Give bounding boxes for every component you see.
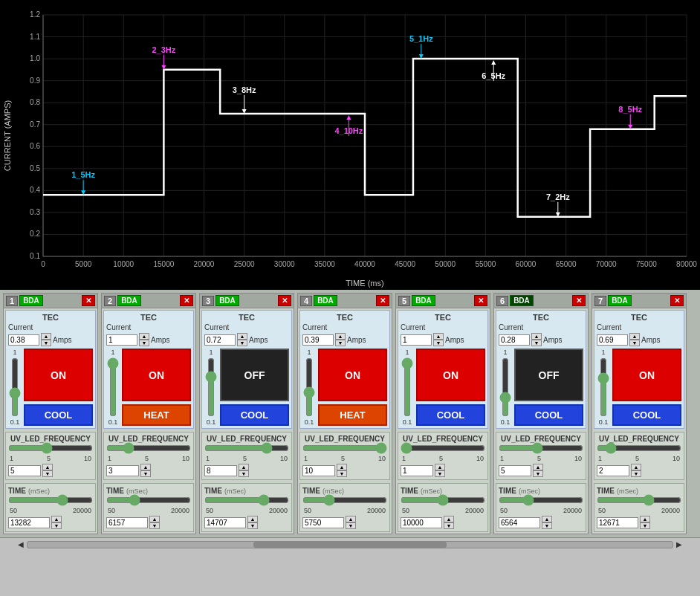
mode-button-5[interactable]: COOL <box>416 404 485 426</box>
bda-button-3[interactable]: BDA <box>215 295 239 306</box>
on-off-button-7[interactable]: ON <box>612 349 681 401</box>
time-down-7[interactable]: ▼ <box>640 522 650 529</box>
freq-down-3[interactable]: ▼ <box>239 470 249 477</box>
freq-slider-7[interactable] <box>597 443 681 453</box>
close-button-3[interactable]: ✕ <box>278 295 291 306</box>
current-input-5[interactable] <box>401 334 432 346</box>
freq-up-1[interactable]: ▲ <box>42 464 53 470</box>
current-down-1[interactable]: ▼ <box>41 340 51 346</box>
freq-input-4[interactable] <box>302 465 335 476</box>
time-slider-3[interactable] <box>204 495 289 505</box>
time-up-1[interactable]: ▲ <box>51 516 62 522</box>
current-down-7[interactable]: ▼ <box>629 340 640 346</box>
freq-up-2[interactable]: ▲ <box>140 464 151 470</box>
current-down-3[interactable]: ▼ <box>237 340 247 346</box>
close-button-5[interactable]: ✕ <box>474 295 487 306</box>
current-down-2[interactable]: ▼ <box>139 340 149 346</box>
scrollbar-thumb[interactable] <box>253 542 447 548</box>
mode-button-6[interactable]: COOL <box>514 404 583 426</box>
close-button-1[interactable]: ✕ <box>82 295 95 306</box>
on-off-button-2[interactable]: ON <box>122 349 191 401</box>
close-button-7[interactable]: ✕ <box>670 295 684 306</box>
bda-button-7[interactable]: BDA <box>608 295 632 306</box>
freq-down-5[interactable]: ▼ <box>435 470 445 477</box>
close-button-6[interactable]: ✕ <box>572 295 586 306</box>
tec-slider-5[interactable] <box>401 357 414 417</box>
tec-slider-1[interactable] <box>8 357 22 417</box>
freq-input-6[interactable] <box>499 465 531 476</box>
freq-slider-1[interactable] <box>8 443 93 453</box>
bda-button-2[interactable]: BDA <box>117 295 141 306</box>
current-input-1[interactable] <box>8 334 39 346</box>
scroll-left-arrow[interactable]: ◀ <box>15 540 27 548</box>
freq-up-4[interactable]: ▲ <box>337 464 347 470</box>
time-down-2[interactable]: ▼ <box>149 522 160 529</box>
time-down-3[interactable]: ▼ <box>247 522 258 529</box>
freq-down-4[interactable]: ▼ <box>337 470 347 477</box>
current-up-2[interactable]: ▲ <box>139 333 149 340</box>
current-down-6[interactable]: ▼ <box>531 340 542 346</box>
current-up-5[interactable]: ▲ <box>433 333 444 340</box>
time-up-3[interactable]: ▲ <box>247 516 258 522</box>
time-slider-2[interactable] <box>106 495 191 505</box>
bda-button-5[interactable]: BDA <box>412 295 435 306</box>
freq-slider-6[interactable] <box>499 443 583 453</box>
time-input-1[interactable] <box>8 517 50 528</box>
current-input-2[interactable] <box>106 334 137 346</box>
current-down-5[interactable]: ▼ <box>433 340 444 346</box>
freq-down-2[interactable]: ▼ <box>140 470 151 477</box>
freq-up-7[interactable]: ▲ <box>631 464 641 470</box>
freq-slider-2[interactable] <box>106 443 191 453</box>
on-off-button-1[interactable]: ON <box>24 349 93 401</box>
scroll-right-arrow[interactable]: ▶ <box>673 540 685 548</box>
time-up-6[interactable]: ▲ <box>542 516 552 522</box>
time-slider-1[interactable] <box>8 495 93 505</box>
current-up-7[interactable]: ▲ <box>629 333 640 340</box>
time-down-4[interactable]: ▼ <box>346 522 356 529</box>
freq-down-6[interactable]: ▼ <box>533 470 543 477</box>
bda-button-1[interactable]: BDA <box>19 295 43 306</box>
on-off-button-4[interactable]: ON <box>318 349 387 401</box>
scrollbar-track[interactable] <box>27 541 673 548</box>
freq-up-6[interactable]: ▲ <box>533 464 543 470</box>
time-slider-6[interactable] <box>499 495 583 505</box>
freq-input-2[interactable] <box>106 465 139 476</box>
time-down-1[interactable]: ▼ <box>51 522 62 529</box>
time-up-7[interactable]: ▲ <box>640 516 650 522</box>
bda-button-4[interactable]: BDA <box>314 295 337 306</box>
time-up-4[interactable]: ▲ <box>346 516 356 522</box>
current-input-3[interactable] <box>204 334 236 346</box>
close-button-4[interactable]: ✕ <box>376 295 389 306</box>
close-button-2[interactable]: ✕ <box>180 295 193 306</box>
tec-slider-3[interactable] <box>204 357 218 417</box>
mode-button-1[interactable]: COOL <box>24 404 93 426</box>
on-off-button-3[interactable]: OFF <box>220 349 289 401</box>
current-up-1[interactable]: ▲ <box>41 333 51 340</box>
time-slider-7[interactable] <box>597 495 681 505</box>
time-input-6[interactable] <box>499 517 540 528</box>
freq-input-3[interactable] <box>204 465 237 476</box>
current-input-6[interactable] <box>499 334 530 346</box>
tec-slider-2[interactable] <box>106 357 120 417</box>
mode-button-2[interactable]: HEAT <box>122 404 191 426</box>
bda-button-6[interactable]: BDA <box>510 295 534 306</box>
time-input-5[interactable] <box>401 517 442 528</box>
freq-down-1[interactable]: ▼ <box>42 470 53 477</box>
freq-input-1[interactable] <box>8 465 41 476</box>
freq-up-5[interactable]: ▲ <box>435 464 445 470</box>
freq-down-7[interactable]: ▼ <box>631 470 641 477</box>
on-off-button-6[interactable]: OFF <box>514 349 583 401</box>
time-slider-4[interactable] <box>302 495 387 505</box>
time-input-3[interactable] <box>204 517 246 528</box>
tec-slider-4[interactable] <box>302 357 316 417</box>
time-input-7[interactable] <box>597 517 638 528</box>
mode-button-3[interactable]: COOL <box>220 404 289 426</box>
freq-slider-3[interactable] <box>204 443 289 453</box>
freq-slider-5[interactable] <box>401 443 485 453</box>
time-down-6[interactable]: ▼ <box>542 522 552 529</box>
current-up-3[interactable]: ▲ <box>237 333 247 340</box>
freq-slider-4[interactable] <box>302 443 387 453</box>
freq-input-5[interactable] <box>401 465 433 476</box>
freq-input-7[interactable] <box>597 465 629 476</box>
current-input-7[interactable] <box>597 334 628 346</box>
